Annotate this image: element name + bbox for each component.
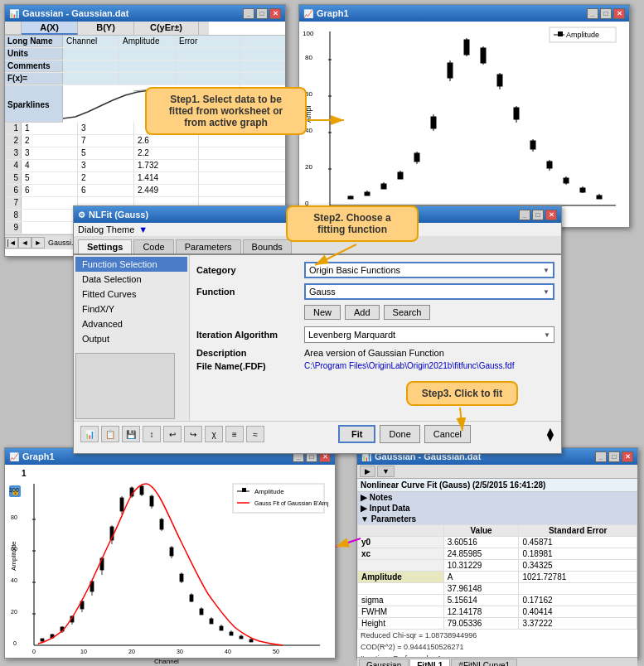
- iteration-dropdown[interactable]: Levenberg Marquardt ▼: [304, 326, 554, 343]
- sidebar-fitted-curves[interactable]: Fitted Curves: [75, 287, 187, 302]
- cell-a[interactable]: 6: [22, 185, 78, 196]
- cell-c[interactable]: 2.6: [134, 135, 199, 147]
- cell-c[interactable]: 2.449: [134, 185, 199, 196]
- graph1-top-controls[interactable]: _ □ ✕: [587, 8, 625, 19]
- toolbar-icon-8[interactable]: ≡: [225, 426, 244, 442]
- toolbar-icon-3[interactable]: 💾: [122, 426, 140, 442]
- cancel-button[interactable]: Cancel: [424, 425, 471, 443]
- tab-settings[interactable]: Settings: [78, 239, 132, 253]
- toolbar-icon-5[interactable]: ↩: [163, 426, 182, 442]
- graph1-top-window[interactable]: 📈 Graph1 _ □ ✕ Amplitude Ampl 0 20 40 60…: [298, 4, 630, 228]
- toolbar-icon-2[interactable]: 📋: [101, 426, 119, 442]
- nlfit-scrollbar[interactable]: ▲ ▼: [545, 427, 554, 441]
- graph1-top-title: Graph1: [317, 8, 587, 18]
- cell-a[interactable]: 4: [22, 160, 78, 171]
- cell-b[interactable]: 2: [78, 172, 134, 184]
- function-dropdown[interactable]: Gauss ▼: [304, 283, 554, 300]
- cell-b[interactable]: 6: [78, 185, 134, 196]
- col-header-b[interactable]: B(Y): [78, 22, 134, 35]
- svg-text:100: 100: [9, 487, 19, 493]
- cell-a[interactable]: 3: [22, 147, 78, 159]
- nlfit-controls[interactable]: _ □ ✕: [519, 210, 557, 220]
- toolbar-icon-6[interactable]: ↪: [184, 426, 202, 442]
- results-expand-btn[interactable]: ▶: [360, 466, 375, 477]
- col-header-c[interactable]: C(yEr±): [134, 22, 199, 35]
- results-params-header[interactable]: ▼ Parameters: [357, 514, 637, 524]
- cell-a[interactable]: [22, 210, 78, 221]
- cell-b[interactable]: 3: [78, 160, 134, 171]
- svg-rect-43: [547, 162, 552, 168]
- cell-b[interactable]: 7: [78, 135, 134, 147]
- dialog-theme-link[interactable]: ▼: [138, 224, 148, 234]
- cell-a[interactable]: 1: [22, 123, 78, 134]
- cell-a[interactable]: [22, 197, 78, 209]
- col-header-a[interactable]: A(X): [22, 22, 78, 35]
- res-max[interactable]: □: [608, 451, 620, 462]
- nav-prev[interactable]: ◄: [18, 237, 31, 249]
- results-collapse-btn[interactable]: ▼: [377, 466, 395, 477]
- new-button[interactable]: New: [304, 305, 341, 320]
- cell-b[interactable]: 5: [78, 147, 134, 159]
- cell-a[interactable]: 2: [22, 135, 78, 147]
- svg-text:80: 80: [11, 514, 17, 520]
- results-window[interactable]: 📊 Gaussian - Gaussian.dat _ □ ✕ ▶ ▼ Nonl…: [356, 447, 638, 659]
- nav-next[interactable]: ►: [31, 237, 45, 249]
- toolbar-icon-1[interactable]: 📊: [80, 426, 99, 442]
- iteration-row: Iteration Algorithm Levenberg Marquardt …: [196, 326, 554, 343]
- sidebar-output[interactable]: Output: [75, 331, 187, 346]
- svg-text:60: 60: [11, 546, 17, 552]
- toolbar-icon-9[interactable]: ≈: [246, 426, 264, 442]
- res-close[interactable]: ✕: [622, 451, 633, 462]
- g1t-close[interactable]: ✕: [613, 8, 625, 19]
- close-btn[interactable]: ✕: [269, 8, 281, 19]
- tab-parameters[interactable]: Parameters: [176, 239, 241, 253]
- sidebar-advanced[interactable]: Advanced: [75, 316, 187, 331]
- search-button[interactable]: Search: [384, 305, 431, 320]
- tab-fitnl1[interactable]: FitNL1: [409, 659, 450, 666]
- nlfit-max[interactable]: □: [532, 210, 544, 220]
- nlfit-min[interactable]: _: [519, 210, 530, 220]
- results-inner-tabs[interactable]: ▶ ▼: [357, 465, 637, 479]
- minimize-btn[interactable]: _: [243, 8, 254, 19]
- graph1-bottom-window[interactable]: 📈 Graph1 _ □ ✕ 🔒 1 Amplitude Gauss Fit o…: [4, 447, 336, 659]
- tab-bounds[interactable]: Bounds: [243, 239, 292, 253]
- cell-c[interactable]: 1.414: [134, 172, 199, 184]
- results-notes-header[interactable]: ▶ Notes: [357, 492, 637, 503]
- nlfit-close[interactable]: ✕: [545, 210, 557, 220]
- cell-c[interactable]: 2.2: [134, 147, 199, 159]
- table-row: 3 3 5 2.2: [5, 147, 285, 160]
- nlfit-window[interactable]: ⚙ NLFit (Gauss) _ □ ✕ Dialog Theme ▼ Set…: [73, 205, 562, 454]
- fit-button[interactable]: Fit: [338, 425, 375, 443]
- g1t-min[interactable]: _: [587, 8, 598, 19]
- meta-row-units: Units: [5, 48, 285, 60]
- results-input-header[interactable]: ▶ Input Data: [357, 503, 637, 514]
- param-fwhm-value: 12.14178: [443, 606, 519, 618]
- res-min[interactable]: _: [595, 451, 607, 462]
- sidebar-function-selection[interactable]: Function Selection: [75, 257, 187, 272]
- callout-step3: Step3. Click to fit: [406, 381, 518, 406]
- svg-text:Gauss Fit of Gaussian B'Amplit: Gauss Fit of Gaussian B'Amplitude': [254, 500, 328, 507]
- done-button[interactable]: Done: [380, 425, 419, 443]
- maximize-btn[interactable]: □: [256, 8, 268, 19]
- sidebar-data-selection[interactable]: Data Selection: [75, 272, 187, 287]
- nav-first[interactable]: |◄: [5, 237, 18, 249]
- results-controls[interactable]: _ □ ✕: [595, 451, 633, 462]
- category-dropdown[interactable]: Origin Basic Functions ▼: [304, 262, 554, 278]
- g1t-max[interactable]: □: [600, 8, 612, 19]
- tab-fitnlcurve1[interactable]: #FitNLCurve1: [451, 659, 517, 666]
- cell-a[interactable]: 5: [22, 172, 78, 184]
- spreadsheet-controls[interactable]: _ □ ✕: [243, 8, 281, 19]
- toolbar-icon-4[interactable]: ↕: [143, 426, 161, 442]
- svg-rect-29: [431, 117, 436, 128]
- add-button[interactable]: Add: [345, 305, 380, 320]
- tab-code[interactable]: Code: [133, 239, 173, 253]
- row-num: 2: [5, 135, 22, 147]
- toolbar-icon-7[interactable]: χ: [205, 426, 223, 442]
- tab-gaussian[interactable]: Gaussian: [359, 659, 409, 666]
- sidebar-findxy[interactable]: FindX/Y: [75, 302, 187, 316]
- cell-b[interactable]: 3: [78, 123, 134, 134]
- meta-longname-label: Long Name: [5, 36, 63, 47]
- cell-a[interactable]: [22, 222, 78, 234]
- results-bottom-tabs[interactable]: Gaussian FitNL1 #FitNLCurve1: [357, 657, 637, 666]
- cell-c[interactable]: 1.732: [134, 160, 199, 171]
